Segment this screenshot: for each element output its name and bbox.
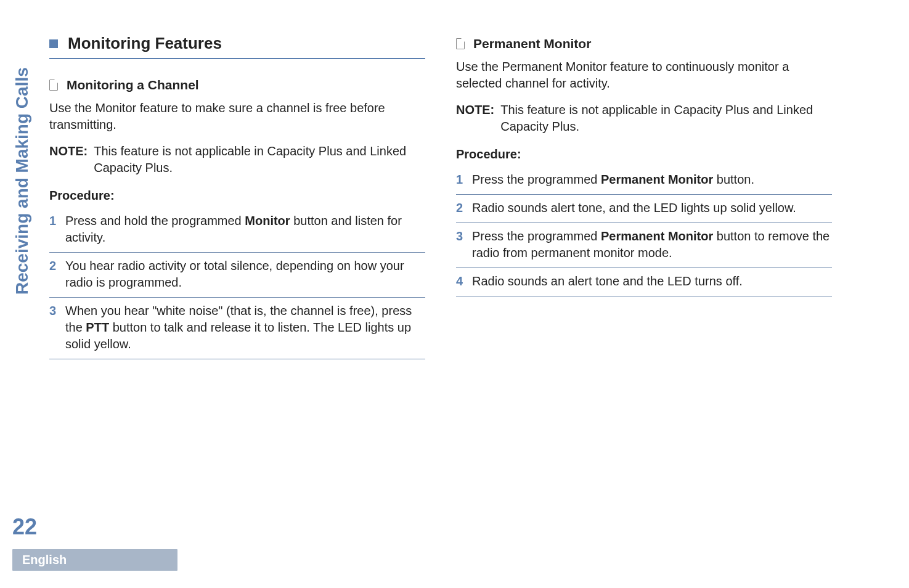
step-number: 1 [49, 213, 65, 229]
step-text: When you hear "white noise" (that is, th… [65, 303, 425, 353]
main-heading-text: Monitoring Features [68, 34, 222, 53]
step-pre: Press and hold the programmed [65, 214, 245, 227]
step-left-3: 3 When you hear "white noise" (that is, … [49, 298, 425, 359]
intro-left: Use the Monitor feature to make sure a c… [49, 100, 425, 133]
step-left-1: 1 Press and hold the programmed Monitor … [49, 208, 425, 253]
square-bullet-icon [49, 39, 58, 48]
procedure-label-left: Procedure: [49, 189, 425, 203]
sub-heading-right-text: Permanent Monitor [473, 36, 591, 51]
step-text: Press the programmed Permanent Monitor b… [472, 171, 832, 188]
language-footer: English [12, 549, 177, 571]
step-number: 2 [49, 258, 65, 274]
step-right-2: 2 Radio sounds alert tone, and the LED l… [456, 195, 832, 223]
note-label-right: NOTE: [456, 102, 494, 135]
intro-right: Use the Permanent Monitor feature to con… [456, 59, 832, 92]
procedure-label-right: Procedure: [456, 147, 832, 161]
step-right-1: 1 Press the programmed Permanent Monitor… [456, 166, 832, 195]
note-right: NOTE: This feature is not applicable in … [456, 102, 832, 135]
step-pre: Press the programmed [472, 173, 601, 186]
step-pre: Radio sounds alert tone, and the LED lig… [472, 201, 796, 214]
step-pre: Press the programmed [472, 229, 601, 243]
step-text: Radio sounds alert tone, and the LED lig… [472, 200, 832, 216]
note-text-left: This feature is not applicable in Capaci… [94, 143, 425, 176]
step-number: 3 [49, 303, 65, 319]
sub-heading-right: Permanent Monitor [456, 36, 832, 51]
step-bold: Monitor [245, 214, 290, 227]
main-heading: Monitoring Features [49, 34, 425, 59]
note-text-right: This feature is not applicable in Capaci… [500, 102, 832, 135]
step-post: button. [713, 173, 754, 186]
step-post: button to talk and release it to listen.… [65, 321, 411, 351]
step-pre: Radio sounds an alert tone and the LED t… [472, 274, 743, 288]
step-right-4: 4 Radio sounds an alert tone and the LED… [456, 268, 832, 296]
step-number: 3 [456, 228, 472, 245]
document-icon [456, 38, 465, 49]
step-text: Press and hold the programmed Monitor bu… [65, 213, 425, 246]
document-icon [49, 80, 58, 91]
right-column: Permanent Monitor Use the Permanent Moni… [456, 34, 832, 588]
step-bold: Permanent Monitor [601, 173, 713, 186]
step-left-2: 2 You hear radio activity or total silen… [49, 253, 425, 298]
step-text: Press the programmed Permanent Monitor b… [472, 228, 832, 261]
step-text: Radio sounds an alert tone and the LED t… [472, 273, 832, 290]
sub-heading-left: Monitoring a Channel [49, 78, 425, 92]
left-column: Monitoring Features Monitoring a Channel… [49, 34, 425, 588]
sub-heading-left-text: Monitoring a Channel [67, 78, 199, 92]
note-label-left: NOTE: [49, 143, 88, 176]
note-left: NOTE: This feature is not applicable in … [49, 143, 425, 176]
step-number: 4 [456, 273, 472, 290]
sidebar: Receiving and Making Calls 22 [0, 0, 43, 588]
step-pre: You hear radio activity or total silence… [65, 259, 404, 289]
page: Receiving and Making Calls 22 Monitoring… [0, 0, 909, 588]
step-text: You hear radio activity or total silence… [65, 258, 425, 291]
step-right-3: 3 Press the programmed Permanent Monitor… [456, 223, 832, 268]
step-bold: Permanent Monitor [601, 229, 713, 243]
page-number: 22 [12, 514, 37, 540]
section-label: Receiving and Making Calls [12, 67, 32, 295]
step-number: 2 [456, 200, 472, 216]
step-bold: PTT [86, 321, 109, 334]
content-area: Monitoring Features Monitoring a Channel… [43, 0, 909, 588]
step-number: 1 [456, 171, 472, 188]
